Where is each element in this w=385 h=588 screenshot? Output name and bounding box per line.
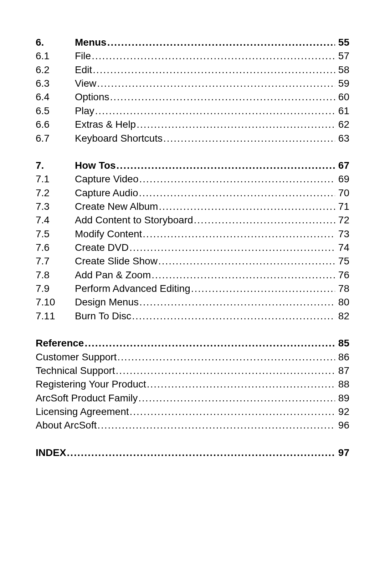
toc-entry-number: 6. (36, 36, 75, 49)
toc-entry-number: 6.2 (36, 63, 75, 77)
toc-entry-title: INDEX (36, 446, 66, 460)
toc-entry: 7.10Design Menus80 (36, 295, 349, 309)
toc-entry-page: 55 (335, 36, 349, 49)
toc-entry-title: Create DVD (75, 241, 129, 254)
toc-entry-page: 70 (335, 186, 349, 200)
toc-entry-title: View (75, 77, 96, 90)
toc-entry: Customer Support86 (36, 350, 349, 364)
toc-entry-number: 7.1 (36, 172, 75, 186)
toc-entry-page: 75 (335, 254, 349, 268)
toc-leader-dots (92, 63, 335, 77)
toc-leader-dots (84, 336, 335, 350)
toc-entry-title: Keyboard Shortcuts (75, 132, 163, 145)
toc-leader-dots (138, 186, 335, 200)
section-gap (36, 432, 349, 446)
toc-entry-number: 7.9 (36, 282, 75, 295)
toc-leader-dots (94, 104, 335, 118)
toc-leader-dots (146, 377, 335, 391)
toc-leader-dots (97, 419, 335, 432)
toc-entry: 7.8Add Pan & Zoom76 (36, 268, 349, 282)
toc-entry-title: Add Pan & Zoom (75, 268, 151, 282)
toc-entry-title: File (75, 49, 91, 63)
toc-entry-page: 88 (335, 377, 349, 391)
toc-heading: INDEX97 (36, 446, 349, 460)
toc-entry: 6.4Options60 (36, 90, 349, 104)
toc-entry-title: Capture Video (75, 172, 139, 186)
toc-heading: 7.How Tos67 (36, 159, 349, 172)
toc-entry-number: 6.5 (36, 104, 75, 118)
toc-entry-title: Customer Support (36, 350, 117, 364)
toc-entry: 7.7Create Slide Show75 (36, 254, 349, 268)
toc-entry-title: Registering Your Product (36, 377, 146, 391)
toc-leader-dots (116, 159, 335, 172)
toc-entry: Registering Your Product88 (36, 377, 349, 391)
toc-entry-number: 7.7 (36, 254, 75, 268)
toc-entry-title: Technical Support (36, 364, 115, 377)
toc-leader-dots (131, 309, 335, 323)
section-gap (36, 145, 349, 159)
toc-entry-title: Capture Audio (75, 186, 138, 200)
toc-entry-page: 78 (335, 282, 349, 295)
toc-entry-number: 7.5 (36, 227, 75, 241)
toc-entry-page: 71 (335, 200, 349, 213)
toc-leader-dots (129, 405, 335, 419)
toc-entry-page: 87 (335, 364, 349, 377)
toc-entry-title: Add Content to Storyboard (75, 213, 193, 227)
toc-leader-dots (139, 172, 335, 186)
toc-entry: 7.5Modify Content73 (36, 227, 349, 241)
toc-entry-page: 86 (335, 350, 349, 364)
toc-entry-number: 7.10 (36, 295, 75, 309)
toc-entry-title: Perform Advanced Editing (75, 282, 190, 295)
toc-leader-dots (109, 90, 335, 104)
toc-leader-dots (193, 213, 335, 227)
toc-entry-page: 82 (335, 309, 349, 323)
toc-leader-dots (115, 364, 335, 377)
toc-entry-number: 6.1 (36, 49, 75, 63)
toc-entry-page: 62 (335, 118, 349, 131)
toc-entry: About ArcSoft96 (36, 419, 349, 432)
toc-leader-dots (158, 200, 335, 213)
toc-entry: 6.6Extras & Help62 (36, 118, 349, 131)
toc-entry: 7.2Capture Audio70 (36, 186, 349, 200)
toc-entry-number: 6.4 (36, 90, 75, 104)
toc-leader-dots (66, 446, 335, 460)
toc-leader-dots (138, 391, 335, 405)
toc-entry-title: How Tos (75, 159, 116, 172)
toc-entry: 6.7Keyboard Shortcuts63 (36, 132, 349, 145)
toc-entry-number: 6.6 (36, 118, 75, 131)
toc-entry-title: About ArcSoft (36, 419, 97, 432)
toc-entry: 7.1Capture Video69 (36, 172, 349, 186)
toc-entry-title: Create New Album (75, 200, 158, 213)
toc-entry-title: Modify Content (75, 227, 142, 241)
toc-entry-number: 7.6 (36, 241, 75, 254)
toc-entry: 6.3View59 (36, 77, 349, 90)
toc-entry: Technical Support87 (36, 364, 349, 377)
toc-leader-dots (117, 350, 335, 364)
toc-entry-number: 6.7 (36, 132, 75, 145)
toc-entry: 6.2Edit58 (36, 63, 349, 77)
toc-entry-title: Reference (36, 336, 84, 350)
toc-entry-page: 61 (335, 104, 349, 118)
toc-entry-page: 72 (335, 213, 349, 227)
toc-heading: Reference85 (36, 336, 349, 350)
toc-entry-title: Create Slide Show (75, 254, 158, 268)
toc-entry: 7.4Add Content to Storyboard72 (36, 213, 349, 227)
toc-entry-number: 7.8 (36, 268, 75, 282)
toc-entry-page: 76 (335, 268, 349, 282)
toc-entry-page: 85 (335, 336, 349, 350)
toc-heading: 6.Menus55 (36, 36, 349, 49)
toc-entry-title: ArcSoft Product Family (36, 391, 138, 405)
toc-entry-page: 58 (335, 63, 349, 77)
toc-entry-title: Edit (75, 63, 92, 77)
toc-entry-page: 89 (335, 391, 349, 405)
toc-entry-page: 92 (335, 405, 349, 419)
toc-entry-page: 96 (335, 419, 349, 432)
toc-entry-page: 73 (335, 227, 349, 241)
toc-entry-page: 97 (335, 446, 349, 460)
toc-entry: Licensing Agreement92 (36, 405, 349, 419)
toc-leader-dots (91, 49, 335, 63)
toc-entry-number: 7.3 (36, 200, 75, 213)
toc-entry-page: 57 (335, 49, 349, 63)
toc-leader-dots (163, 132, 335, 145)
toc-entry-number: 7.11 (36, 309, 75, 323)
